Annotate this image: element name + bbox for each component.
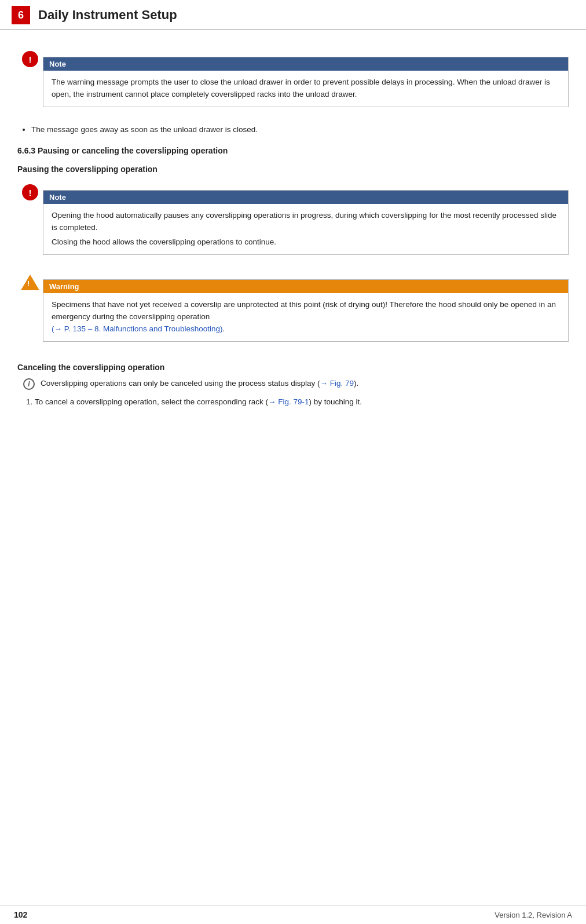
note-box-2-body: Opening the hood automatically pauses an…: [43, 204, 568, 254]
warning-link[interactable]: (→ P. 135 – 8. Malfunctions and Troubles…: [52, 324, 222, 333]
list-item-1: To cancel a coverslipping operation, sel…: [35, 396, 569, 408]
note-box-2-line1: Opening the hood automatically pauses an…: [52, 210, 560, 234]
note-box-2: ! Note Opening the hood automatically pa…: [17, 182, 569, 263]
bullet-list-1: The message goes away as soon as the unl…: [31, 123, 569, 136]
subheading-pause: Pausing the coverslipping operation: [17, 165, 569, 174]
step1-text-before: To cancel a coverslipping operation, sel…: [35, 397, 268, 406]
note-box-2-line2: Closing the hood allows the coverslippin…: [52, 236, 560, 249]
page-title: Daily Instrument Setup: [38, 8, 177, 23]
chapter-badge: 6: [12, 6, 30, 24]
footer-version: Version 1.2, Revision A: [495, 911, 572, 919]
warning-box-1: Warning Specimens that have not yet rece…: [17, 271, 569, 350]
warning-icon-col: [17, 271, 43, 290]
warning-triangle-icon: [21, 275, 39, 290]
warning-box-1-body: Specimens that have not yet received a c…: [43, 293, 568, 341]
note-box-2-header: Note: [43, 191, 568, 204]
note-box-2-label: Note: [49, 193, 66, 202]
note-box-2-content: Note Opening the hood automatically paus…: [43, 182, 569, 263]
main-content: ! Note The warning message prompts the u…: [0, 30, 586, 449]
info-text-before: Coverslipping operations can only be can…: [41, 379, 320, 388]
note-box-1-text: The warning message prompts the user to …: [52, 78, 550, 98]
note-box-1-header: Note: [43, 57, 568, 71]
note-box-2-inner: Note Opening the hood automatically paus…: [43, 190, 569, 255]
numbered-list-1: To cancel a coverslipping operation, sel…: [35, 396, 569, 408]
note-box-1-body: The warning message prompts the user to …: [43, 71, 568, 107]
warning-box-1-content: Warning Specimens that have not yet rece…: [43, 271, 569, 350]
info-row-1: i Coverslipping operations can only be c…: [23, 378, 569, 390]
note-box-1-label: Note: [49, 60, 66, 68]
warning-link-suffix: .: [222, 324, 225, 333]
warning-box-1-inner: Warning Specimens that have not yet rece…: [43, 279, 569, 342]
info-fig-link[interactable]: → Fig. 79: [320, 379, 354, 388]
note-box-1-inner: Note The warning message prompts the use…: [43, 57, 569, 107]
page-footer: 102 Version 1.2, Revision A: [0, 905, 586, 924]
note-box-1: ! Note The warning message prompts the u…: [17, 49, 569, 115]
footer-page-number: 102: [14, 910, 27, 919]
warning-box-1-header: Warning: [43, 280, 568, 293]
step1-text-after: ) by touching it.: [309, 397, 362, 406]
note-icon-col: !: [17, 49, 43, 67]
bullet-item-1: The message goes away as soon as the unl…: [31, 123, 569, 136]
info-circle-icon: i: [23, 378, 35, 390]
note-icon: !: [22, 51, 38, 67]
step1-fig-link[interactable]: → Fig. 79-1: [268, 397, 309, 406]
info-text-after: ).: [354, 379, 358, 388]
note-box-1-content: Note The warning message prompts the use…: [43, 49, 569, 115]
subheading-cancel: Canceling the coverslipping operation: [17, 363, 569, 372]
note-icon-col-2: !: [17, 182, 43, 200]
warning-body-text: Specimens that have not yet received a c…: [52, 300, 556, 321]
note-icon-2: !: [22, 184, 38, 200]
section-663-heading: 6.6.3 Pausing or canceling the coverslip…: [17, 146, 569, 155]
warning-box-1-label: Warning: [49, 282, 79, 291]
page-header: 6 Daily Instrument Setup: [0, 0, 586, 30]
info-text-1: Coverslipping operations can only be can…: [41, 378, 358, 390]
